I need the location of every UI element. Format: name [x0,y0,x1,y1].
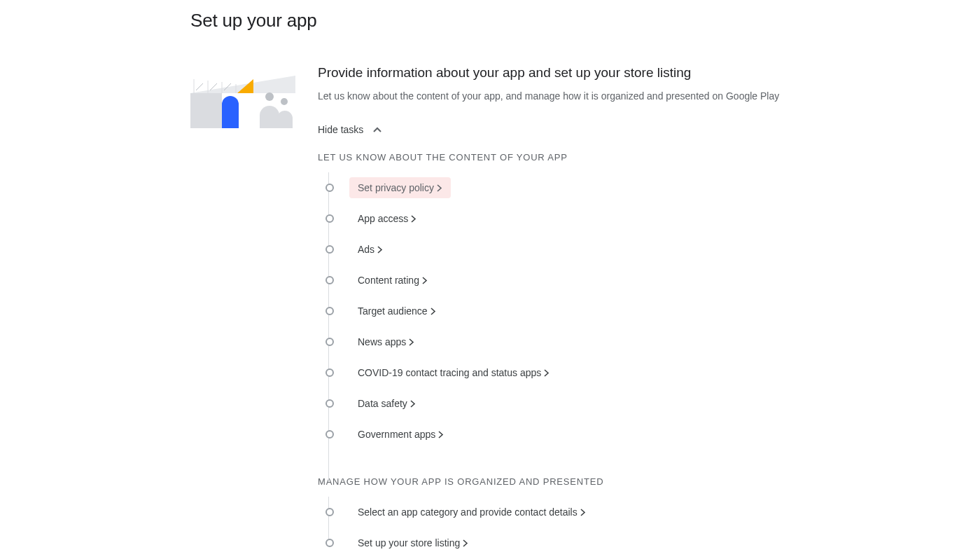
task-label: Data safety [349,393,424,414]
task-label-text: Set privacy policy [358,182,434,193]
task-label-text: Content rating [358,275,419,286]
task-groups: LET US KNOW ABOUT THE CONTENT OF YOUR AP… [318,152,980,552]
illustration [190,65,295,128]
task-label-text: Set up your store listing [358,537,460,548]
chevron-right-icon [409,338,414,346]
chevron-right-icon [410,400,416,408]
task-group-label: MANAGE HOW YOUR APP IS ORGANIZED AND PRE… [318,476,980,487]
chevron-right-icon [438,431,444,439]
svg-rect-9 [190,93,222,128]
task-item[interactable]: Ads [328,234,980,265]
chevron-right-icon [580,509,586,516]
task-label: Select an app category and provide conta… [349,502,594,523]
task-item[interactable]: Government apps [328,419,980,450]
task-label: Ads [349,239,391,260]
task-group-label: LET US KNOW ABOUT THE CONTENT OF YOUR AP… [318,152,980,163]
section-description: Let us know about the content of your ap… [318,89,980,104]
task-item[interactable]: Data safety [328,388,980,419]
app-setup-illustration [190,65,295,128]
task-label-text: Data safety [358,398,407,409]
task-item[interactable]: Set up your store listing [328,527,980,552]
task-label-text: Ads [358,244,374,255]
chevron-right-icon [437,184,442,192]
task-item[interactable]: Content rating [328,265,980,296]
chevron-right-icon [544,369,550,377]
task-item[interactable]: COVID-19 contact tracing and status apps [328,357,980,388]
task-label-text: Select an app category and provide conta… [358,506,578,518]
chevron-right-icon [377,246,383,254]
task-item[interactable]: Set privacy policy [328,172,980,203]
chevron-right-icon [422,277,428,284]
task-item[interactable]: Select an app category and provide conta… [328,497,980,527]
page-title: Set up your app [190,10,980,32]
task-list: Set privacy policyApp accessAdsContent r… [318,172,980,450]
chevron-right-icon [463,539,468,547]
task-label-text: News apps [358,336,406,347]
task-item[interactable]: Target audience [328,296,980,326]
main-column: Provide information about your app and s… [318,65,980,552]
hide-tasks-toggle[interactable]: Hide tasks [318,124,382,135]
task-label: Set privacy policy [349,177,451,198]
task-label: Content rating [349,270,436,291]
chevron-right-icon [411,215,416,223]
task-label-text: App access [358,213,408,224]
task-label: News apps [349,331,423,352]
chevron-right-icon [430,308,436,315]
task-list: Select an app category and provide conta… [318,497,980,552]
task-label: Government apps [349,424,452,445]
task-label-text: COVID-19 contact tracing and status apps [358,367,541,378]
section-title: Provide information about your app and s… [318,65,980,81]
task-label-text: Government apps [358,429,435,440]
task-label: Target audience [349,301,444,322]
svg-point-12 [281,98,288,105]
task-item[interactable]: News apps [328,326,980,357]
svg-line-6 [196,83,203,90]
svg-point-11 [265,92,274,101]
chevron-up-icon [373,125,382,134]
task-label-text: Target audience [358,305,428,317]
task-label: COVID-19 contact tracing and status apps [349,362,558,383]
content-row: Provide information about your app and s… [190,65,980,552]
task-label: App access [349,208,425,229]
hide-tasks-label: Hide tasks [318,124,363,135]
task-label: Set up your store listing [349,532,477,552]
task-item[interactable]: App access [328,203,980,234]
